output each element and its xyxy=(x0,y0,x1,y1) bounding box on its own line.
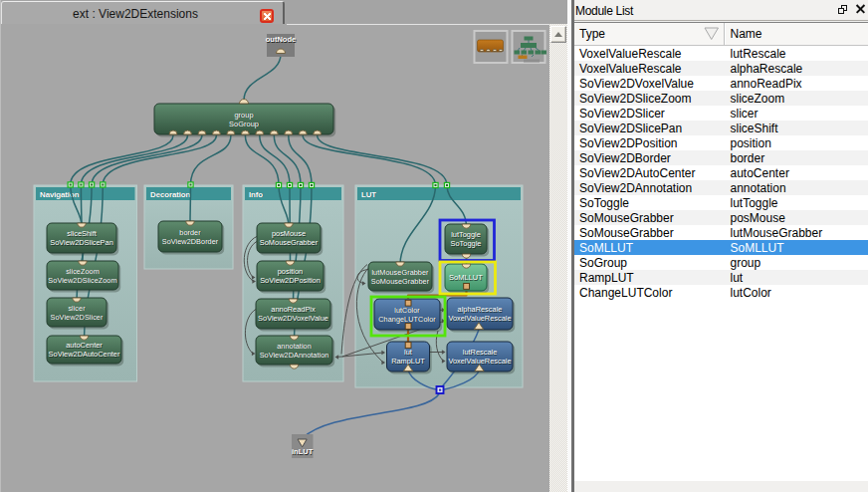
svg-text:Navigation: Navigation xyxy=(40,190,80,199)
svg-text:inLUT: inLUT xyxy=(292,447,314,456)
svg-text:LUT: LUT xyxy=(361,190,376,199)
svg-text:Decoration: Decoration xyxy=(150,190,191,199)
svg-text:annoReadPix: annoReadPix xyxy=(271,305,316,314)
svg-text:SoMLLUT: SoMLLUT xyxy=(449,273,483,282)
svg-text:SoView2DAnnotation: SoView2DAnnotation xyxy=(260,351,329,360)
svg-text:outNode: outNode xyxy=(266,35,296,44)
svg-text:lut: lut xyxy=(404,348,412,357)
svg-text:SoView2DAutoCenter: SoView2DAutoCenter xyxy=(49,350,120,359)
svg-text:sliceZoom: sliceZoom xyxy=(66,267,100,276)
svg-text:slicer: slicer xyxy=(68,304,86,313)
svg-text:alphaRescale: alphaRescale xyxy=(458,305,503,314)
svg-text:ChangeLUTColor: ChangeLUTColor xyxy=(378,315,436,324)
svg-text:SoMouseGrabber: SoMouseGrabber xyxy=(371,277,430,286)
svg-text:SoGroup: SoGroup xyxy=(229,120,259,128)
svg-text:annotation: annotation xyxy=(277,342,312,351)
svg-text:SoView2DSliceZoom: SoView2DSliceZoom xyxy=(48,276,116,285)
svg-text:lutToggle: lutToggle xyxy=(451,230,481,239)
svg-text:lutColor: lutColor xyxy=(394,306,420,315)
svg-text:posMouse: posMouse xyxy=(272,229,306,238)
svg-text:SoView2DSlicePan: SoView2DSlicePan xyxy=(50,238,113,247)
svg-text:lutRescale: lutRescale xyxy=(463,348,498,357)
svg-text:sliceShift: sliceShift xyxy=(67,229,97,238)
svg-text:Info: Info xyxy=(249,190,263,199)
svg-text:SoView2DVoxelValue: SoView2DVoxelValue xyxy=(258,314,328,323)
svg-text:SoMouseGrabber: SoMouseGrabber xyxy=(260,238,319,247)
svg-text:group: group xyxy=(234,111,253,120)
svg-text:autoCenter: autoCenter xyxy=(66,341,103,350)
svg-text:lutMouseGrabber: lutMouseGrabber xyxy=(371,268,429,277)
svg-text:SoToggle: SoToggle xyxy=(451,239,482,248)
svg-text:VoxelValueRescale: VoxelValueRescale xyxy=(448,314,511,323)
svg-text:border: border xyxy=(179,228,201,237)
svg-text:SoView2DSlicer: SoView2DSlicer xyxy=(51,313,104,322)
svg-text:position: position xyxy=(278,267,303,276)
svg-text:SoView2DBorder: SoView2DBorder xyxy=(162,237,219,246)
svg-text:SoView2DPosition: SoView2DPosition xyxy=(260,276,321,285)
